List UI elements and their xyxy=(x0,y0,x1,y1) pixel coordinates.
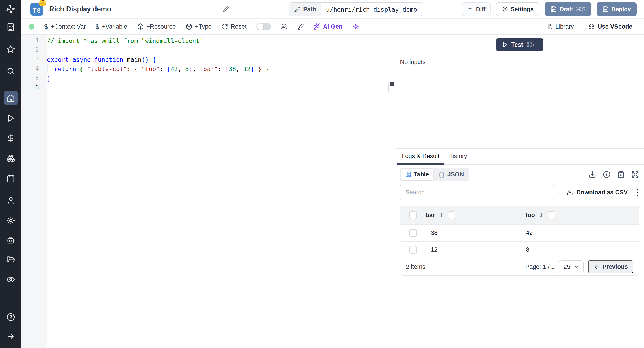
table-options-kebab-icon[interactable] xyxy=(636,188,639,197)
ai-gen-button[interactable]: AI Gen xyxy=(314,23,342,30)
sort-icon[interactable] xyxy=(538,212,544,218)
reset-button[interactable]: Reset xyxy=(222,23,247,30)
sidebar-item-users[interactable] xyxy=(4,194,18,208)
row-checkbox-cell xyxy=(400,225,426,241)
tab-logs-and-result[interactable]: Logs & Result xyxy=(397,149,444,165)
column-filter-checkbox[interactable] xyxy=(448,211,456,219)
main-area: TS 👶 Rich Display demo Path u/henri/rich… xyxy=(22,0,644,348)
code-line[interactable] xyxy=(46,45,389,54)
add-resource-button[interactable]: +Resource xyxy=(137,23,176,30)
test-button[interactable]: Test ⌘↵ xyxy=(496,38,543,52)
inputs-section: Test ⌘↵ No inputs xyxy=(395,35,644,148)
view-mode-table[interactable]: Table xyxy=(401,169,433,180)
format-button[interactable] xyxy=(297,23,304,30)
code-area[interactable]: // import * as wmill from "windmill-clie… xyxy=(46,35,395,348)
path-widget[interactable]: Path u/henri/rich_display_demo xyxy=(289,2,422,16)
draft-button[interactable]: Draft ⌘S xyxy=(545,2,591,16)
content-split: 123456 // import * as wmill from "windmi… xyxy=(22,35,644,348)
ai-sparkles-button[interactable] xyxy=(352,23,359,30)
package-icon xyxy=(186,23,192,30)
save-icon xyxy=(602,6,609,12)
sidebar-item-workers[interactable] xyxy=(4,233,18,247)
workspace-building-icon[interactable] xyxy=(4,20,18,34)
view-mode-table-label: Table xyxy=(414,171,429,178)
info-icon[interactable] xyxy=(603,171,610,178)
line-number: 1 xyxy=(22,36,46,45)
windmill-logo-icon[interactable] xyxy=(6,4,16,15)
code-line[interactable]: } xyxy=(46,73,389,83)
edit-path-pencil-icon xyxy=(294,6,300,12)
test-shortcut: ⌘↵ xyxy=(526,41,537,48)
add-type-button[interactable]: +Type xyxy=(186,23,212,30)
sidebar-item-resources[interactable] xyxy=(4,151,18,166)
favorites-star-icon[interactable] xyxy=(4,42,18,56)
multiplayer-button[interactable] xyxy=(281,23,287,30)
code-editor[interactable]: 123456 // import * as wmill from "windmi… xyxy=(22,35,395,348)
expand-sidebar-icon[interactable] xyxy=(4,329,18,344)
sidebar-item-folders[interactable] xyxy=(4,253,18,267)
diff-button[interactable]: Diff xyxy=(462,2,490,16)
help-icon[interactable] xyxy=(4,310,18,324)
line-number: 6 xyxy=(22,83,46,92)
view-mode-json-label: JSON xyxy=(448,171,464,178)
cell-foo: 8 xyxy=(520,242,639,258)
result-toolbar: Table {} JSON xyxy=(400,168,639,182)
column-label-bar: bar xyxy=(426,212,435,219)
package-icon xyxy=(137,23,144,30)
gear-icon xyxy=(502,6,508,12)
sidebar-item-settings[interactable] xyxy=(4,213,18,228)
add-context-var-button[interactable]: $ +Context Var xyxy=(44,23,86,30)
search-input[interactable] xyxy=(400,184,554,200)
code-line[interactable]: // import * as wmill from "windmill-clie… xyxy=(46,36,389,45)
deploy-button[interactable]: Deploy xyxy=(596,2,636,16)
robot-icon xyxy=(6,236,15,244)
dollar-icon xyxy=(6,134,15,142)
column-header-foo[interactable]: foo xyxy=(520,211,639,219)
code-line[interactable] xyxy=(46,83,389,92)
settings-button[interactable]: Settings xyxy=(496,2,540,16)
page-size-select[interactable]: 25 xyxy=(559,260,584,273)
copy-to-clipboard-icon[interactable] xyxy=(617,171,625,178)
line-number: 2 xyxy=(22,45,46,54)
no-inputs-text: No inputs xyxy=(400,58,644,66)
editor-toolbar: $ +Context Var $ +Variable +Resource +Ty… xyxy=(22,19,644,35)
sidebar-item-home[interactable] xyxy=(4,91,18,105)
download-result-icon[interactable] xyxy=(588,171,596,178)
line-number: 3 xyxy=(22,54,46,64)
sidebar-item-variables[interactable] xyxy=(4,131,18,145)
code-line[interactable]: export async function main() { xyxy=(46,54,389,64)
row-checkbox[interactable] xyxy=(409,229,417,237)
sidebar-item-runs[interactable] xyxy=(4,111,18,125)
sidebar-item-audit[interactable] xyxy=(4,272,18,287)
arrow-left-icon xyxy=(594,264,600,270)
path-label-section[interactable]: Path xyxy=(289,3,321,16)
library-button[interactable]: Library xyxy=(546,23,574,30)
column-filter-checkbox[interactable] xyxy=(548,211,556,219)
row-checkbox[interactable] xyxy=(409,246,417,254)
column-header-bar[interactable]: bar xyxy=(426,211,520,219)
edit-summary-pencil-icon[interactable] xyxy=(223,5,230,13)
fullscreen-icon[interactable] xyxy=(632,171,639,178)
code-line[interactable]: return { "table-col": { "foo": [42, 8], … xyxy=(46,64,389,73)
add-type-label: +Type xyxy=(195,23,212,30)
previous-page-button[interactable]: Previous xyxy=(588,260,633,273)
sidebar-item-schedules[interactable] xyxy=(4,171,18,186)
eye-icon xyxy=(6,275,15,284)
sort-icon[interactable] xyxy=(438,212,444,218)
script-emoji: 👶 xyxy=(38,0,47,6)
view-mode-json[interactable]: {} JSON xyxy=(434,169,468,180)
path-value[interactable]: u/henri/rich_display_demo xyxy=(321,3,422,16)
search-icon[interactable] xyxy=(4,64,18,78)
tab-history[interactable]: History xyxy=(444,149,472,165)
play-icon xyxy=(502,42,508,48)
sidebar-footer-group xyxy=(4,310,18,348)
plus-minus-icon xyxy=(467,6,473,12)
line-number: 4 xyxy=(22,64,46,73)
use-vscode-button[interactable]: Use VScode xyxy=(588,23,632,30)
add-variable-button[interactable]: $ +Variable xyxy=(96,23,127,30)
download-csv-button[interactable]: Download as CSV xyxy=(566,189,628,196)
select-all-checkbox[interactable] xyxy=(409,211,417,219)
deploy-label: Deploy xyxy=(611,6,631,13)
brush-icon xyxy=(297,23,304,30)
diff-mode-toggle[interactable] xyxy=(256,23,271,30)
